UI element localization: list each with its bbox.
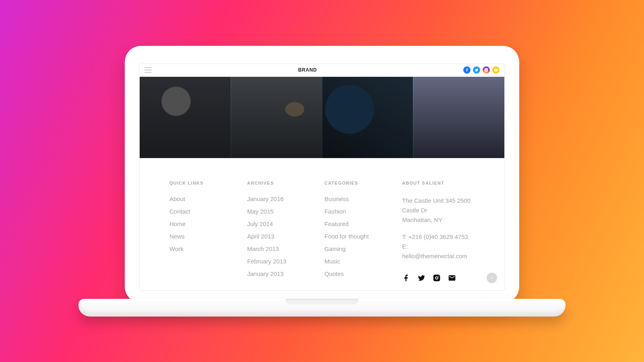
hero-tile-photo-1[interactable] — [140, 77, 231, 158]
email-icon[interactable] — [492, 66, 500, 74]
laptop-base — [78, 299, 566, 317]
back-to-top-button[interactable] — [487, 273, 497, 283]
categories-list: Business Fashion Featured Food for thoug… — [324, 196, 402, 283]
archive-item[interactable]: July 2014 — [247, 221, 324, 227]
laptop-notch — [286, 299, 358, 304]
category-item[interactable]: Gaming — [324, 246, 402, 252]
archive-item[interactable]: March 2013 — [247, 246, 324, 252]
archives-list: January 2016 May 2015 July 2014 April 20… — [247, 196, 324, 283]
site-topbar: BRAND — [140, 64, 504, 77]
site-footer: QUICK LINKS About Contact Home News Work… — [140, 158, 504, 290]
about-heading: ABOUT SALIENT — [402, 181, 475, 185]
archive-item[interactable]: February 2013 — [247, 258, 324, 264]
archives-heading: ARCHIVES — [247, 181, 324, 185]
quick-link-about[interactable]: About — [169, 196, 247, 202]
chevron-up-icon — [489, 276, 494, 280]
instagram-icon[interactable] — [483, 66, 490, 74]
laptop-shell: BRAND — [125, 46, 519, 303]
about-address-line1: The Castle Unit 345 2500 — [402, 197, 471, 204]
hero-tile-photo-4[interactable] — [413, 77, 504, 158]
about-email[interactable]: E: hello@themenectar.com — [402, 243, 467, 259]
category-item[interactable]: Fashion — [324, 208, 402, 214]
about-column: ABOUT SALIENT The Castle Unit 345 2500 C… — [402, 181, 475, 278]
hero-image-strip — [140, 77, 504, 158]
hero-tile-photo-3[interactable] — [322, 77, 413, 158]
archive-item[interactable]: January 2013 — [247, 271, 324, 277]
quick-link-contact[interactable]: Contact — [169, 208, 247, 214]
twitter-icon[interactable] — [417, 274, 425, 282]
email-icon[interactable] — [448, 274, 456, 282]
about-text: The Castle Unit 345 2500 Castle Dr Manha… — [402, 196, 475, 268]
about-address-line3: Manhattan, NY — [402, 216, 442, 223]
quick-link-work[interactable]: Work — [169, 246, 247, 252]
facebook-icon[interactable] — [463, 66, 471, 74]
browser-screen: BRAND — [139, 64, 505, 291]
category-item[interactable]: Food for thought — [324, 233, 402, 239]
categories-column: CATEGORIES Business Fashion Featured Foo… — [324, 181, 402, 278]
topbar-social — [463, 66, 500, 74]
category-item[interactable]: Quotes — [324, 271, 402, 277]
facebook-icon[interactable] — [402, 274, 410, 282]
footer-social — [402, 274, 475, 282]
about-address-line2: Castle Dr — [402, 207, 427, 214]
twitter-icon[interactable] — [473, 66, 480, 74]
archive-item[interactable]: May 2015 — [247, 208, 324, 214]
menu-icon[interactable] — [144, 67, 152, 73]
archives-column: ARCHIVES January 2016 May 2015 July 2014… — [247, 181, 324, 278]
archive-item[interactable]: April 2013 — [247, 233, 324, 239]
quick-links-heading: QUICK LINKS — [169, 181, 247, 185]
quick-link-news[interactable]: News — [169, 233, 247, 239]
category-item[interactable]: Music — [324, 258, 402, 264]
about-phone: T: +216 (0)40 3629 4753 — [402, 233, 468, 240]
hero-tile-photo-2[interactable] — [231, 77, 322, 158]
category-item[interactable]: Featured — [324, 221, 402, 227]
instagram-icon[interactable] — [433, 274, 441, 282]
categories-heading: CATEGORIES — [324, 181, 402, 185]
quick-links-list: About Contact Home News Work — [169, 196, 247, 258]
category-item[interactable]: Business — [324, 196, 402, 202]
quick-links-column: QUICK LINKS About Contact Home News Work — [169, 181, 247, 278]
laptop-mockup: BRAND — [125, 46, 519, 317]
brand-logo[interactable]: BRAND — [298, 67, 317, 73]
quick-link-home[interactable]: Home — [169, 221, 247, 227]
archive-item[interactable]: January 2016 — [247, 196, 324, 202]
gradient-stage: BRAND — [0, 0, 644, 362]
